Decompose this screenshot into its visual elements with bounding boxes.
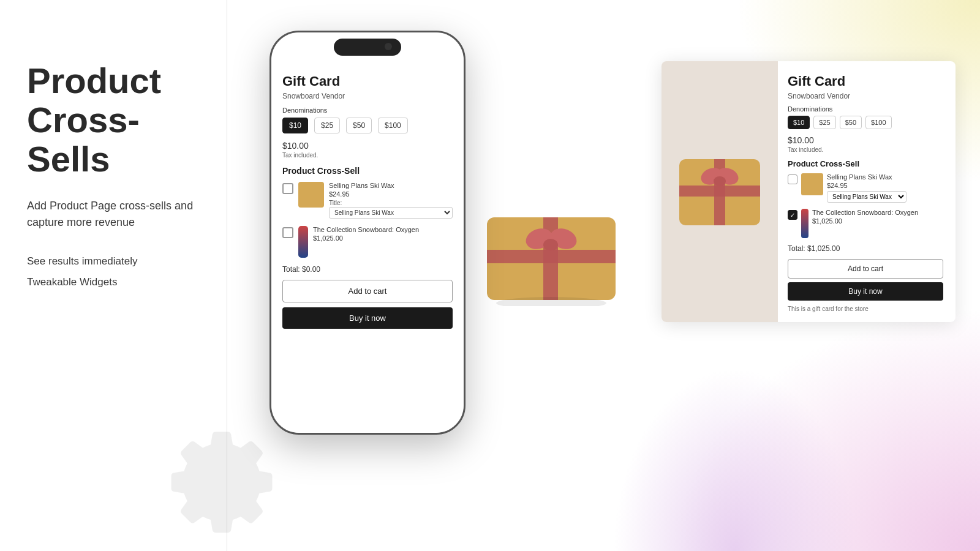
desktop-checkbox-2[interactable]: ✓ [788,210,797,220]
desktop-crosssell-title: Product Cross-Sell [788,159,943,168]
desktop-add-to-cart-button[interactable]: Add to cart [788,259,943,279]
feature-tweakable: Tweakable Widgets [27,276,211,288]
phone-item-info-2: The Collection Snowboard: Oxygen $1,025.… [313,226,453,244]
phone-item-name-2: The Collection Snowboard: Oxygen [313,226,453,233]
bg-purple-gradient [612,367,858,551]
desktop-panel: Gift Card Snowboard Vendor Denominations… [662,61,956,322]
desktop-denom-25[interactable]: $25 [813,116,835,129]
desktop-tax: Tax included. [788,146,943,153]
phone-checkbox-2[interactable] [282,227,293,238]
desktop-gift-card-svg [677,152,763,231]
desktop-crosssell-item-1: Selling Plans Ski Wax $24.95 Selling Pla… [788,173,943,203]
left-panel: Product Cross-Sells Add Product Page cro… [27,61,211,297]
phone-crosssell-item-2: The Collection Snowboard: Oxygen $1,025.… [282,226,453,258]
desktop-denominations: $10 $25 $50 $100 [788,116,943,129]
desktop-price: $10.00 [788,135,943,145]
desktop-buy-it-now-button[interactable]: Buy it now [788,282,943,301]
desktop-denom-100[interactable]: $100 [865,116,891,129]
desktop-item-info-1: Selling Plans Ski Wax $24.95 Selling Pla… [827,173,943,203]
phone-denom-25[interactable]: $25 [314,118,340,133]
desktop-item-select-1[interactable]: Selling Plans Ski Wax [827,191,907,203]
desktop-product-title: Gift Card [788,73,943,89]
svg-point-5 [543,239,558,251]
phone-item-select-1[interactable]: Selling Plans Ski Wax [329,207,453,219]
phone-item-price-2: $1,025.00 [313,234,453,242]
phone-denoms-label: Denominations [282,107,453,114]
phone-product-title: Gift Card [282,73,453,89]
phone-checkbox-1[interactable] [282,183,293,194]
phone-buy-it-now-button[interactable]: Buy it now [282,307,453,329]
svg-point-12 [714,176,726,186]
phone-item-name-1: Selling Plans Ski Wax [329,182,453,189]
desktop-denom-10[interactable]: $10 [788,116,810,129]
phone-item-info-1: Selling Plans Ski Wax $24.95 Title: Sell… [329,182,453,219]
desktop-panel-inner: Gift Card Snowboard Vendor Denominations… [662,61,956,322]
phone-frame: Gift Card Snowboard Vendor Denominations… [270,31,466,435]
gift-card-svg [484,208,619,306]
desktop-total: Total: $1,025.00 [788,244,943,253]
desktop-item-thumb-wax [801,173,823,195]
main-title: Product Cross-Sells [27,61,211,178]
phone-tax: Tax included. [282,152,453,159]
desktop-item-thumb-snowboard [801,209,809,238]
desktop-vendor: Snowboard Vendor [788,92,943,100]
desktop-checkbox-1[interactable] [788,174,797,184]
desktop-product-info: Gift Card Snowboard Vendor Denominations… [778,61,956,322]
phone-item-thumb-wax [298,182,324,208]
phone-screen: Gift Card Snowboard Vendor Denominations… [271,32,464,433]
phone-crosssell-item-1: Selling Plans Ski Wax $24.95 Title: Sell… [282,182,453,219]
desktop-item-price-2: $1,025.00 [812,217,943,225]
desktop-item-select-wrap-1: Selling Plans Ski Wax [827,190,943,203]
phone-total: Total: $0.00 [282,265,453,274]
phone-vendor: Snowboard Vendor [282,92,453,100]
desktop-giftcard-note: This is a gift card for the store [788,305,943,312]
desktop-crosssell-item-2: ✓ The Collection Snowboard: Oxygen $1,02… [788,209,943,238]
phone-add-to-cart-button[interactable]: Add to cart [282,280,453,302]
phone-denom-10[interactable]: $10 [282,118,308,133]
desktop-item-price-1: $24.95 [827,182,943,189]
phone-crosssell-title: Product Cross-Sell [282,166,453,176]
phone-denominations: $10 $25 $50 $100 [282,118,453,133]
phone-content: Gift Card Snowboard Vendor Denominations… [271,66,464,433]
phone-price: $10.00 [282,141,453,151]
desktop-item-name-2: The Collection Snowboard: Oxygen [812,209,943,216]
desktop-gift-image-area [662,61,778,322]
phone-camera [385,43,392,50]
phone-denom-50[interactable]: $50 [346,118,372,133]
subtitle: Add Product Page cross-sells and capture… [27,198,211,231]
gift-card-image [484,208,619,306]
phone-item-title-label-1: Title: [329,200,453,206]
gear-background-icon [123,398,294,551]
phone-denom-100[interactable]: $100 [378,118,408,133]
desktop-denom-50[interactable]: $50 [840,116,862,129]
desktop-item-info-2: The Collection Snowboard: Oxygen $1,025.… [812,209,943,225]
phone-mockup: Gift Card Snowboard Vendor Denominations… [270,31,466,435]
desktop-denoms-label: Denominations [788,105,943,113]
phone-item-price-1: $24.95 [329,190,453,198]
phone-item-thumb-snowboard [298,226,308,258]
desktop-item-name-1: Selling Plans Ski Wax [827,173,943,181]
feature-see-results: See results immediately [27,255,211,268]
